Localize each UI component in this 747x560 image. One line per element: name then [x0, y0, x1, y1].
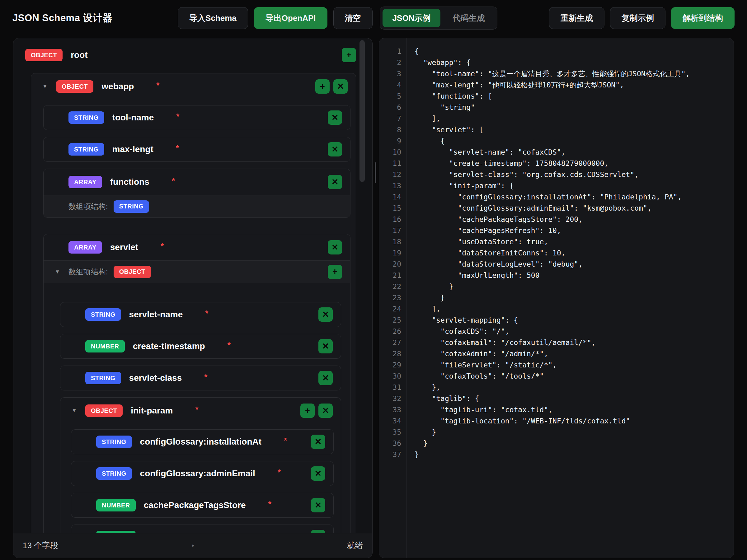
add-child-button[interactable]: +	[315, 79, 330, 94]
code-lines[interactable]: { "webapp": { "tool-name": "这是一个眉清目秀、多才多…	[407, 38, 733, 558]
field-name[interactable]: servlet	[110, 242, 138, 252]
required-marker: *	[268, 499, 272, 509]
field-name[interactable]: configGlossary:adminEmail	[140, 469, 255, 479]
node-card-servlet-class: STRING servlet-class * ✕	[60, 366, 341, 391]
node-card-config-admin-email: STRING configGlossary:adminEmail * ✕	[71, 461, 334, 486]
remove-field-button[interactable]: ✕	[311, 466, 325, 481]
toolbar-left: 导入Schema 导出OpenAPI 清空	[178, 7, 372, 29]
required-marker: *	[228, 340, 231, 350]
required-marker: *	[195, 405, 198, 415]
remove-field-button[interactable]: ✕	[328, 240, 342, 255]
type-badge[interactable]: STRING	[69, 111, 104, 124]
type-badge[interactable]: OBJECT	[85, 404, 123, 417]
field-name[interactable]: cachePackageTagsStore	[144, 500, 246, 510]
tab-code-generation[interactable]: 代码生成	[442, 9, 495, 27]
schema-tree-panel: OBJECT root + ▼ OBJECT webapp * + ✕	[13, 38, 372, 558]
array-item-type-badge[interactable]: OBJECT	[113, 266, 151, 278]
type-badge[interactable]: STRING	[96, 467, 132, 480]
root-type-badge[interactable]: OBJECT	[25, 49, 62, 61]
required-marker: *	[176, 112, 179, 121]
remove-field-button[interactable]: ✕	[328, 110, 342, 125]
json-example-panel: 1234567891011121314151617181920212223242…	[379, 38, 734, 558]
field-name[interactable]: max-lengt	[112, 144, 153, 154]
parse-to-structure-button[interactable]: 解析到结构	[671, 7, 735, 29]
field-name[interactable]: create-timestamp	[133, 341, 205, 351]
type-badge[interactable]: STRING	[96, 435, 132, 448]
type-badge[interactable]: NUMBER	[85, 340, 125, 352]
remove-field-button[interactable]: ✕	[328, 175, 342, 189]
node-header-config-installation-at: STRING configGlossary:installationAt * ✕	[71, 430, 333, 454]
panel-resize-handle[interactable]	[375, 162, 376, 183]
required-marker: *	[204, 372, 207, 382]
tree-scrollbar-thumb[interactable]	[360, 40, 365, 182]
node-header-webapp: ▼ OBJECT webapp * + ✕	[31, 74, 356, 100]
root-node-row: OBJECT root +	[25, 48, 356, 62]
required-marker: *	[205, 309, 208, 318]
remove-field-button[interactable]: ✕	[311, 498, 325, 512]
add-child-button[interactable]: +	[300, 403, 315, 418]
field-count-label: 13 个字段	[23, 540, 58, 551]
remove-field-button[interactable]: ✕	[328, 142, 342, 157]
import-schema-button[interactable]: 导入Schema	[178, 7, 248, 29]
init-param-children: STRING configGlossary:installationAt * ✕	[60, 424, 341, 533]
tab-json-example[interactable]: JSON示例	[383, 9, 441, 27]
node-header-servlet-class: STRING servlet-class * ✕	[60, 366, 341, 390]
field-name[interactable]: servlet-class	[129, 373, 182, 383]
root-field-name[interactable]: root	[71, 50, 87, 60]
field-name[interactable]: servlet-name	[129, 310, 183, 320]
remove-field-button[interactable]: ✕	[318, 339, 333, 353]
required-marker: *	[176, 143, 179, 153]
caret-slot: ▼	[42, 83, 56, 89]
add-item-field-button[interactable]: +	[328, 265, 342, 279]
array-item-structure-label: 数组项结构:	[69, 202, 108, 212]
node-card-cache-pages-refresh: NUMBER cachePagesRefresh * ✕	[71, 525, 334, 533]
node-card-cache-package-tags-store: NUMBER cachePackageTagsStore * ✕	[71, 493, 334, 518]
node-header-max-lengt: STRING max-lengt * ✕	[44, 137, 350, 161]
clear-button[interactable]: 清空	[333, 7, 372, 29]
collapse-caret-icon[interactable]: ▼	[55, 269, 60, 275]
schema-tree-scroll: OBJECT root + ▼ OBJECT webapp * + ✕	[14, 38, 372, 533]
regenerate-button[interactable]: 重新生成	[549, 7, 604, 29]
field-name[interactable]: configGlossary:installationAt	[140, 437, 262, 447]
array-item-structure-row: ▼ 数组项结构: OBJECT +	[44, 260, 350, 283]
collapse-caret-icon[interactable]: ▼	[72, 407, 77, 414]
node-header-cache-pages-refresh: NUMBER cachePagesRefresh * ✕	[71, 525, 333, 533]
ready-status-label: 就绪	[347, 540, 363, 551]
type-badge[interactable]: STRING	[85, 372, 121, 384]
status-dot: •	[191, 541, 194, 550]
type-badge[interactable]: OBJECT	[56, 80, 93, 93]
node-header-init-param: ▼ OBJECT init-param * + ✕	[60, 398, 341, 424]
remove-field-button[interactable]: ✕	[318, 371, 333, 385]
array-item-type-badge[interactable]: STRING	[113, 201, 149, 213]
app-title: JSON Schema 设计器	[12, 11, 112, 25]
type-badge[interactable]: ARRAY	[69, 241, 102, 254]
type-badge[interactable]: STRING	[85, 308, 121, 321]
remove-field-button[interactable]: ✕	[311, 530, 325, 533]
node-card-max-lengt: STRING max-lengt * ✕	[43, 137, 351, 162]
node-card-tool-name: STRING tool-name * ✕	[43, 105, 351, 130]
type-badge[interactable]: ARRAY	[69, 176, 102, 188]
copy-example-button[interactable]: 复制示例	[610, 7, 666, 29]
field-name[interactable]: init-param	[131, 406, 173, 416]
node-card-config-installation-at: STRING configGlossary:installationAt * ✕	[71, 429, 334, 454]
field-name[interactable]: tool-name	[112, 113, 154, 123]
node-header-tool-name: STRING tool-name * ✕	[44, 105, 350, 130]
required-marker: *	[161, 241, 164, 251]
collapse-caret-icon[interactable]: ▼	[42, 83, 48, 89]
toolbar-right: 重新生成 复制示例 解析到结构	[549, 7, 735, 29]
remove-field-button[interactable]: ✕	[311, 435, 325, 449]
export-openapi-button[interactable]: 导出OpenAPI	[254, 7, 328, 29]
type-badge[interactable]: NUMBER	[96, 531, 136, 533]
remove-field-button[interactable]: ✕	[318, 403, 333, 418]
remove-field-button[interactable]: ✕	[333, 79, 348, 94]
status-bar: 13 个字段 • 就绪	[14, 533, 372, 558]
root-add-field-button[interactable]: +	[342, 48, 356, 62]
field-name[interactable]: functions	[110, 177, 149, 187]
type-badge[interactable]: NUMBER	[96, 499, 136, 511]
type-badge[interactable]: STRING	[69, 143, 104, 156]
field-name[interactable]: webapp	[101, 81, 134, 91]
remove-field-button[interactable]: ✕	[318, 308, 333, 322]
servlet-item-children: STRING servlet-name * ✕	[44, 283, 350, 533]
main-area: OBJECT root + ▼ OBJECT webapp * + ✕	[0, 36, 747, 558]
required-marker: *	[278, 468, 281, 477]
